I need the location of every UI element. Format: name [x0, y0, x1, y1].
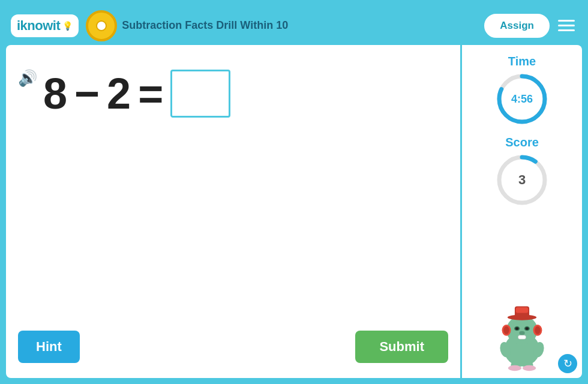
bulb-icon: 💡	[62, 21, 73, 31]
hamburger-line-1	[558, 20, 575, 22]
back-icon: ↻	[563, 357, 572, 370]
score-circle: 3	[495, 153, 549, 207]
math-expression: 8 − 2 =	[43, 69, 230, 118]
svg-point-24	[523, 365, 536, 371]
mascot-svg	[489, 294, 555, 372]
timer-circle: 4:56	[495, 72, 549, 126]
svg-point-17	[503, 326, 509, 334]
svg-point-18	[535, 326, 540, 334]
hamburger-button[interactable]	[556, 17, 577, 34]
svg-point-23	[508, 365, 521, 371]
coin-circle	[86, 10, 117, 41]
coin-inner	[96, 20, 107, 31]
svg-point-9	[526, 327, 529, 330]
score-value: 3	[518, 172, 526, 188]
num2: 2	[107, 69, 131, 118]
time-label: Time	[508, 55, 536, 68]
hamburger-line-2	[558, 25, 575, 26]
timer-value: 4:56	[511, 93, 533, 106]
question-area: 🔊 8 − 2 =	[18, 57, 448, 325]
answer-input[interactable]	[173, 73, 227, 115]
top-right-buttons: Assign	[484, 14, 577, 38]
speaker-icon[interactable]: 🔊	[18, 69, 37, 88]
svg-rect-11	[518, 335, 526, 340]
top-bar: iknowit 💡 Subtraction Facts Drill Within…	[6, 6, 582, 45]
lesson-title: Subtraction Facts Drill Within 10	[122, 19, 484, 32]
main-content: 🔊 8 − 2 = Hint Submit Time	[6, 45, 582, 378]
app-container: iknowit 💡 Subtraction Facts Drill Within…	[0, 0, 588, 384]
answer-box	[170, 70, 230, 118]
logo-text: iknowit	[17, 18, 60, 34]
svg-point-10	[519, 331, 524, 335]
submit-button[interactable]: Submit	[355, 331, 448, 363]
bottom-buttons: Hint Submit	[18, 325, 448, 366]
assign-button[interactable]: Assign	[484, 14, 550, 38]
logo-area: iknowit 💡	[11, 10, 117, 41]
mascot-area	[468, 214, 576, 372]
left-panel: 🔊 8 − 2 = Hint Submit	[6, 45, 460, 378]
svg-point-8	[515, 327, 519, 330]
back-button[interactable]: ↻	[558, 354, 577, 373]
num1: 8	[43, 69, 67, 118]
equals-sign: =	[138, 69, 163, 118]
minus-sign: −	[74, 69, 100, 118]
score-label: Score	[505, 136, 539, 149]
svg-rect-14	[516, 307, 528, 313]
hamburger-line-3	[558, 29, 575, 31]
logo-box: iknowit 💡	[11, 14, 79, 37]
right-panel: Time 4:56 Score 3	[462, 45, 582, 378]
hint-button[interactable]: Hint	[18, 331, 80, 363]
